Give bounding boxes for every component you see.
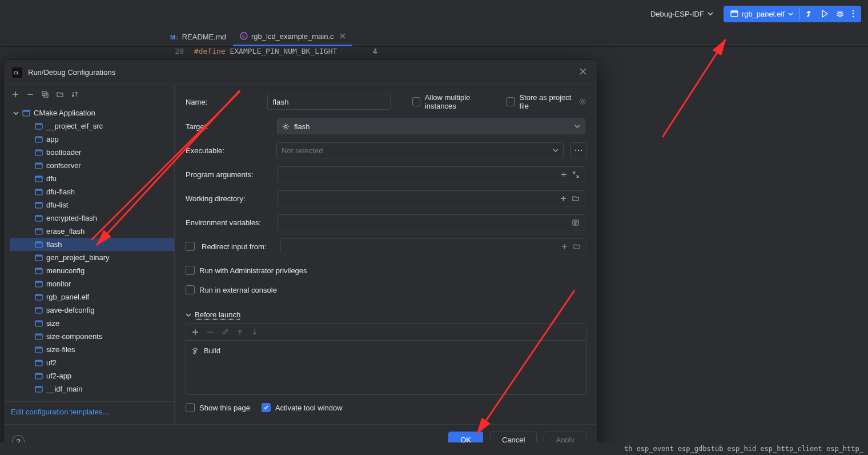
name-label: Name: [186,98,260,106]
close-icon [340,33,345,39]
svg-rect-21 [35,163,42,165]
program-args-label: Program arguments: [186,170,270,179]
close-icon [580,68,586,75]
tree-item-menuconfig[interactable]: menuconfig [10,264,174,277]
plus-icon[interactable] [561,244,568,250]
edit-templates-link[interactable]: Edit configuration templates… [11,408,110,416]
redirect-input-checkbox[interactable] [186,242,195,251]
tree-item-size-files[interactable]: size-files [10,343,174,356]
redirect-input-field[interactable] [280,238,586,254]
tree-item-label: size-files [46,345,75,354]
tree-item-label: rgb_panel.elf [46,293,89,301]
run-ext-console-checkbox[interactable]: Run in external console [186,285,277,294]
up-arrow-icon[interactable] [236,329,243,336]
down-arrow-icon[interactable] [251,329,258,336]
tree-item-label: dfu-list [46,201,68,209]
tree-item--idf-main[interactable]: __idf_main [10,382,174,396]
browse-executable-button[interactable] [570,142,586,158]
sort-button[interactable] [69,89,81,102]
application-icon [35,162,43,170]
expand-icon[interactable] [573,171,579,178]
plus-icon[interactable] [192,329,199,336]
plus-icon[interactable] [560,195,566,202]
activate-tool-window-label: Activate tool window [275,404,343,412]
tree-item-dfu-list[interactable]: dfu-list [10,198,174,211]
tree-item-encrypted-flash[interactable]: encrypted-flash [10,211,174,225]
edit-icon[interactable] [222,329,228,336]
folder-icon[interactable] [572,195,579,202]
executable-select[interactable]: Not selected [276,142,564,158]
store-as-project-checkbox[interactable]: Store as project file [507,93,586,110]
name-input[interactable] [267,94,390,110]
svg-rect-55 [35,386,42,388]
gear-icon[interactable] [578,98,586,106]
config-dropdown[interactable]: Debug-ESP-IDF [646,6,718,22]
add-config-button[interactable] [10,89,21,102]
clion-icon: CL [12,67,22,78]
tree-item-gen-project-binary[interactable]: gen_project_binary [10,251,174,264]
more-actions[interactable] [849,7,858,20]
tree-item-size-components[interactable]: size-components [10,330,174,343]
list-icon[interactable] [572,219,579,226]
tree-item--project-elf-src[interactable]: __project_elf_src [10,119,174,133]
dialog-close-button[interactable] [577,66,589,79]
tree-item-confserver[interactable]: confserver [10,159,174,172]
tree-item-save-defconfig[interactable]: save-defconfig [10,304,174,317]
svg-rect-1 [731,11,738,13]
tree-item-dfu[interactable]: dfu [10,172,174,185]
tab-main-c[interactable]: C rgb_lcd_example_main.c [233,27,352,46]
tab-readme[interactable]: M↓ README.md [163,27,233,46]
application-icon [35,359,43,367]
close-tab-button[interactable] [340,32,345,41]
tree-root-cmake[interactable]: CMake Application [10,106,174,119]
remove-config-button[interactable] [25,89,36,102]
run-button[interactable] [818,7,831,20]
tree-item-bootloader[interactable]: bootloader [10,146,174,159]
tree-item-label: dfu [46,174,57,183]
tree-item-label: encrypted-flash [46,214,97,222]
show-this-page-checkbox[interactable]: Show this page [186,403,250,412]
env-vars-input[interactable] [277,214,585,230]
tree-item-app[interactable]: app [10,133,174,146]
minus-icon[interactable] [207,329,214,336]
folder-icon [57,91,63,98]
tree-item-label: erase_flash [46,227,85,236]
run-target-dropdown[interactable]: rgb_panel.elf [727,7,797,21]
plus-icon[interactable] [561,171,567,178]
tree-item-erase-flash[interactable]: erase_flash [10,225,174,238]
tree-item-monitor[interactable]: monitor [10,277,174,290]
application-icon [35,280,43,288]
svg-rect-13 [23,110,30,112]
before-launch-toggle[interactable]: Before launch [186,310,586,319]
tree-item-dfu-flash[interactable]: dfu-flash [10,185,174,198]
chevron-down-icon [186,312,191,318]
tree-item-uf2-app[interactable]: uf2-app [10,369,174,382]
svg-point-60 [581,150,582,151]
copy-config-button[interactable] [39,89,51,102]
allow-multiple-checkbox[interactable]: Allow multiple instances [412,93,495,110]
folder-button[interactable] [54,89,66,102]
folder-icon[interactable] [573,244,580,250]
application-icon [22,109,30,117]
working-dir-input[interactable] [277,190,585,206]
tree-item-uf2[interactable]: uf2 [10,356,174,369]
debug-button[interactable] [833,7,847,20]
tree-item-label: save-defconfig [46,306,95,314]
activate-tool-window-checkbox[interactable]: Activate tool window [262,403,343,412]
application-icon [35,372,43,380]
svg-point-3 [853,10,854,11]
tree-item-size[interactable]: size [10,317,174,330]
tree-item-rgb-panel-elf[interactable]: rgb_panel.elf [10,290,174,304]
svg-point-59 [578,150,579,151]
show-page-label: Show this page [199,404,250,412]
gear-icon [282,123,290,130]
target-select[interactable]: flash [277,118,585,134]
tree-item-flash[interactable]: flash [10,238,174,251]
run-admin-checkbox[interactable]: Run with Administrator privileges [186,266,307,275]
build-button[interactable] [802,7,817,20]
application-icon [35,267,43,275]
application-icon [35,175,43,183]
redirect-input-label: Redirect input from: [202,242,274,251]
program-args-input[interactable] [277,166,585,182]
before-launch-build-item[interactable]: Build [192,346,580,355]
